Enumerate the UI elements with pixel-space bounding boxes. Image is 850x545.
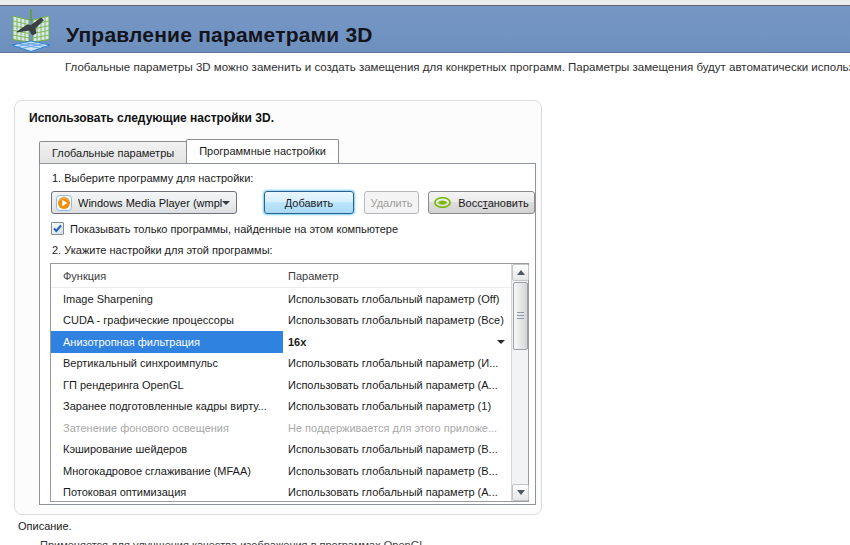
step1-label: 1. Выберите программу для настройки: (52, 172, 253, 184)
checkmark-icon (52, 223, 63, 234)
cell-value: Использовать глобальный параметр (А... (283, 379, 511, 391)
step2-label: 2. Укажите настройки для этой программы: (52, 244, 273, 256)
dropdown-arrow-icon[interactable] (497, 340, 505, 344)
cell-function: Заранее подготовленные кадры вирту... (51, 400, 283, 412)
table-row-threaded-optimization[interactable]: Потоковая оптимизация Использовать глоба… (51, 482, 511, 502)
cell-function: Кэширование шейдеров (51, 443, 283, 455)
show-only-programs-checkbox[interactable] (51, 222, 64, 235)
table-header: Функция Параметр (51, 264, 511, 288)
table-row-opengl-gpu[interactable]: ГП рендеринга OpenGL Использовать глобал… (51, 374, 511, 396)
cell-value: Использовать глобальный параметр (Все) (283, 314, 511, 326)
add-button[interactable]: Добавить (264, 191, 354, 214)
add-button-label: Добавить (285, 197, 334, 209)
program-select-value: Windows Media Player (wmplay... (78, 197, 222, 209)
scroll-up-button[interactable] (512, 264, 529, 281)
program-select-dropdown[interactable]: Windows Media Player (wmplay... (51, 191, 237, 214)
cell-function: Многокадровое сглаживание (MFAA) (51, 465, 283, 477)
page-header: Управление параметрами 3D (0, 5, 850, 53)
tab-program-label: Программные настройки (199, 145, 326, 157)
show-only-programs-label: Показывать только программы, найденные н… (70, 223, 398, 235)
scrollbar-grip-icon (517, 312, 524, 321)
cell-value: Использовать глобальный параметр (1) (283, 400, 511, 412)
settings-panel: Использовать следующие настройки 3D. Гло… (14, 100, 542, 515)
table-row-anisotropic-filtering[interactable]: Анизотропная фильтрация 16x (51, 331, 511, 353)
cell-value: Использовать глобальный параметр (Off) (283, 293, 511, 305)
cell-function: Вертикальный синхроимпульс (51, 357, 283, 369)
table-row-prerendered-frames[interactable]: Заранее подготовленные кадры вирту... Ис… (51, 396, 511, 418)
cell-value: Использовать глобальный параметр (В... (283, 465, 511, 477)
scroll-down-button[interactable] (512, 484, 529, 501)
cell-function: Потоковая оптимизация (51, 486, 283, 498)
chevron-down-icon (222, 201, 230, 205)
table-scrollbar[interactable] (511, 264, 528, 501)
cell-function: Анизотропная фильтрация (51, 331, 283, 353)
cell-value: Использовать глобальный параметр (А... (283, 486, 511, 498)
column-header-parameter: Параметр (283, 270, 511, 282)
nvidia-logo-icon (434, 197, 451, 208)
cell-function: Image Sharpening (51, 293, 283, 305)
description-label: Описание. (18, 520, 72, 532)
settings-table: Функция Параметр Image Sharpening Исполь… (50, 263, 529, 502)
table-row-ambient-occlusion[interactable]: Затенение фонового освещения Не поддержи… (51, 417, 511, 439)
cell-value: 16x (288, 336, 306, 348)
tab-program-settings[interactable]: Программные настройки (186, 139, 339, 163)
cell-value-dropdown[interactable]: 16x (283, 336, 511, 348)
column-header-function: Функция (51, 270, 283, 282)
delete-button-label: Удалить (371, 197, 413, 209)
delete-button[interactable]: Удалить (364, 191, 419, 214)
page-title: Управление параметрами 3D (66, 23, 373, 47)
scroll-up-icon (517, 270, 525, 275)
cell-function: ГП рендеринга OpenGL (51, 379, 283, 391)
cell-value: Использовать глобальный параметр (В... (283, 443, 511, 455)
restore-button[interactable]: Восстановить (428, 191, 535, 214)
table-row-vertical-sync[interactable]: Вертикальный синхроимпульс Использовать … (51, 353, 511, 375)
show-only-programs-row: Показывать только программы, найденные н… (51, 222, 398, 235)
intro-description: Глобальные параметры 3D можно заменить и… (65, 61, 850, 77)
cell-function: Затенение фонового освещения (51, 422, 283, 434)
tab-bar: Глобальные параметры Программные настрой… (39, 139, 338, 163)
cell-value: Не поддерживается для этого приложе... (283, 422, 511, 434)
description-text-truncated: Применяется для улучшения качества изобр… (40, 539, 820, 545)
program-settings-tab-panel: 1. Выберите программу для настройки: Win… (39, 163, 536, 505)
restore-button-label: Восстановить (458, 197, 528, 209)
settings-table-body: Функция Параметр Image Sharpening Исполь… (51, 264, 511, 501)
windows-media-player-icon (56, 195, 72, 211)
table-row-mfaa[interactable]: Многокадровое сглаживание (MFAA) Использ… (51, 460, 511, 482)
cell-value: Использовать глобальный параметр (И... (283, 357, 511, 369)
nvidia-3d-scene-icon (8, 8, 54, 54)
tab-global-label: Глобальные параметры (52, 147, 174, 159)
scrollbar-thumb[interactable] (513, 282, 528, 350)
tab-global-settings[interactable]: Глобальные параметры (39, 141, 187, 163)
panel-heading: Использовать следующие настройки 3D. (29, 111, 274, 125)
table-row-shader-cache[interactable]: Кэширование шейдеров Использовать глобал… (51, 439, 511, 461)
table-row-cuda-gpus[interactable]: CUDA - графические процессоры Использова… (51, 310, 511, 332)
table-row-image-sharpening[interactable]: Image Sharpening Использовать глобальный… (51, 288, 511, 310)
cell-function: CUDA - графические процессоры (51, 314, 283, 326)
scroll-down-icon (517, 490, 525, 495)
